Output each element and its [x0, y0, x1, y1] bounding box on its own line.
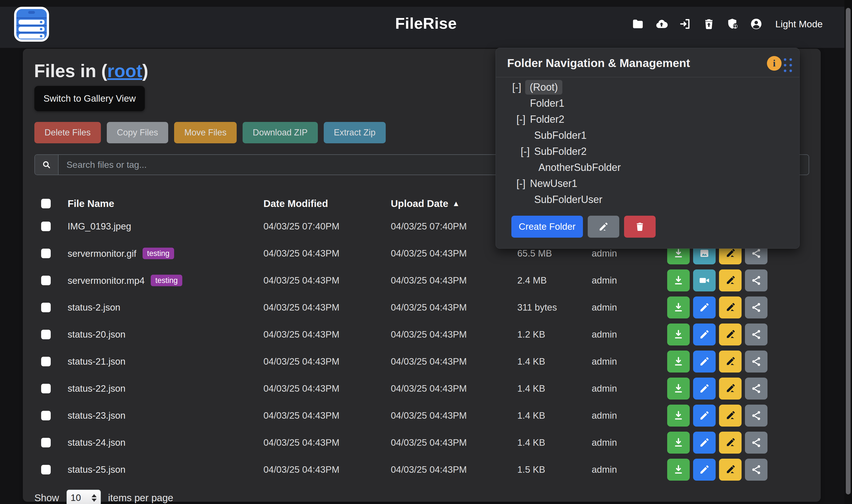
download-button[interactable]: [667, 324, 690, 345]
collapse-toggle[interactable]: [-]: [521, 146, 534, 157]
move-files-button[interactable]: Move Files: [174, 122, 237, 143]
search-icon[interactable]: [35, 155, 58, 175]
download-button[interactable]: [667, 404, 690, 427]
file-name-cell[interactable]: IMG_0193.jpeg: [68, 221, 131, 232]
download-button[interactable]: [667, 459, 690, 481]
row-checkbox[interactable]: [41, 465, 51, 474]
preview-edit-button[interactable]: [693, 432, 716, 454]
copy-files-button[interactable]: Copy Files: [107, 122, 168, 143]
date-modified-cell: 04/03/25 07:40PM: [263, 221, 340, 232]
preview-edit-button[interactable]: [693, 296, 716, 319]
row-checkbox[interactable]: [41, 330, 51, 339]
preview-edit-button[interactable]: [693, 459, 716, 481]
file-name-cell[interactable]: status-25.json: [68, 464, 125, 475]
folder-tree-item[interactable]: AnotherSubFolder: [496, 159, 799, 175]
row-checkbox[interactable]: [41, 411, 51, 420]
row-actions: [667, 350, 767, 373]
light-mode-toggle[interactable]: Light Mode: [776, 19, 823, 30]
row-checkbox[interactable]: [41, 276, 51, 285]
delete-files-button[interactable]: Delete Files: [34, 122, 101, 143]
account-icon[interactable]: [749, 17, 763, 31]
cloud-upload-icon[interactable]: [655, 17, 668, 31]
column-header-upload-date[interactable]: Upload Date▲: [391, 198, 460, 209]
preview-edit-button[interactable]: [693, 350, 716, 373]
rename-tag-button[interactable]: [719, 324, 742, 345]
file-name-cell[interactable]: status-2.json: [68, 302, 120, 313]
share-button[interactable]: [745, 459, 767, 481]
folder-name: (Root): [525, 80, 562, 95]
info-icon[interactable]: i: [767, 56, 782, 71]
filerise-logo[interactable]: [14, 6, 50, 42]
preview-edit-button[interactable]: [693, 269, 716, 291]
sign-in-icon[interactable]: [678, 17, 692, 31]
rename-tag-button[interactable]: [719, 350, 742, 373]
folder-tree-item[interactable]: [-] NewUser1: [496, 175, 799, 192]
share-button[interactable]: [745, 378, 767, 399]
items-per-page-select[interactable]: 10: [67, 490, 101, 504]
folder-tree-item[interactable]: SubFolderUser: [496, 192, 799, 208]
shield-user-icon[interactable]: [726, 17, 739, 31]
rename-folder-button[interactable]: [588, 216, 619, 238]
column-header-date-modified[interactable]: Date Modified: [263, 198, 328, 209]
root-folder-link[interactable]: root: [107, 61, 142, 81]
preview-edit-button[interactable]: [693, 404, 716, 427]
preview-edit-button[interactable]: [693, 324, 716, 345]
share-button[interactable]: [745, 404, 767, 427]
create-folder-button[interactable]: Create Folder: [511, 216, 583, 238]
collapse-toggle[interactable]: [-]: [512, 82, 525, 93]
rename-tag-button[interactable]: [719, 459, 742, 481]
download-button[interactable]: [667, 269, 690, 291]
download-button[interactable]: [667, 350, 690, 373]
scrollbar-thumb[interactable]: [846, 8, 851, 494]
folder-tree-item[interactable]: SubFolder1: [496, 127, 799, 143]
row-checkbox[interactable]: [41, 303, 51, 312]
share-button[interactable]: [745, 324, 767, 345]
folder-name: Folder2: [529, 112, 565, 127]
row-checkbox[interactable]: [41, 384, 51, 393]
extract-zip-button[interactable]: Extract Zip: [324, 122, 386, 143]
collapse-toggle[interactable]: [-]: [517, 178, 529, 190]
rename-tag-button[interactable]: [719, 296, 742, 319]
file-name: status-24.json: [68, 437, 125, 448]
file-name-cell[interactable]: status-20.json: [68, 329, 125, 340]
share-button[interactable]: [745, 296, 767, 319]
folder-name: NewUser1: [529, 176, 578, 191]
rename-tag-button[interactable]: [719, 432, 742, 454]
row-checkbox[interactable]: [41, 221, 51, 231]
file-name-cell[interactable]: status-21.json: [68, 356, 125, 367]
file-name-cell[interactable]: servermonitor.mp4 testing: [68, 275, 182, 286]
download-button[interactable]: [667, 432, 690, 454]
file-name-cell[interactable]: status-22.json: [68, 383, 125, 394]
heading-prefix: Files in (: [34, 61, 107, 81]
switch-gallery-view-button[interactable]: Switch to Gallery View: [34, 86, 145, 111]
row-checkbox[interactable]: [41, 438, 51, 447]
folder-tree-item[interactable]: [-] Folder2: [496, 111, 799, 127]
drag-handle-icon[interactable]: [784, 58, 792, 72]
download-zip-button[interactable]: Download ZIP: [243, 122, 318, 143]
rename-tag-button[interactable]: [719, 404, 742, 427]
pencil-icon: [698, 356, 710, 367]
share-button[interactable]: [745, 432, 767, 454]
file-name-cell[interactable]: servermonitor.gif testing: [68, 248, 174, 259]
preview-edit-button[interactable]: [693, 378, 716, 399]
folder-tree-item[interactable]: Folder1: [496, 95, 799, 111]
column-header-file-name[interactable]: File Name: [68, 198, 114, 209]
download-button[interactable]: [667, 378, 690, 399]
trash-restore-icon[interactable]: [702, 17, 716, 31]
folder-navigation-panel: Folder Navigation & Management i [-] (Ro…: [495, 48, 800, 249]
rename-tag-button[interactable]: [719, 378, 742, 399]
file-name-cell[interactable]: status-24.json: [68, 437, 125, 448]
row-checkbox[interactable]: [41, 249, 51, 258]
delete-folder-button[interactable]: [624, 216, 656, 238]
download-button[interactable]: [667, 296, 690, 319]
folder-tree-item[interactable]: [-] (Root): [496, 79, 799, 95]
file-name-cell[interactable]: status-23.json: [68, 410, 125, 421]
share-button[interactable]: [745, 350, 767, 373]
folder-tree-item[interactable]: [-] SubFolder2: [496, 143, 799, 159]
collapse-toggle[interactable]: [-]: [517, 113, 529, 125]
select-all-checkbox[interactable]: [41, 199, 51, 208]
rename-tag-button[interactable]: [719, 269, 742, 291]
row-checkbox[interactable]: [41, 357, 51, 366]
share-button[interactable]: [745, 269, 767, 291]
folder-icon[interactable]: [631, 17, 645, 31]
